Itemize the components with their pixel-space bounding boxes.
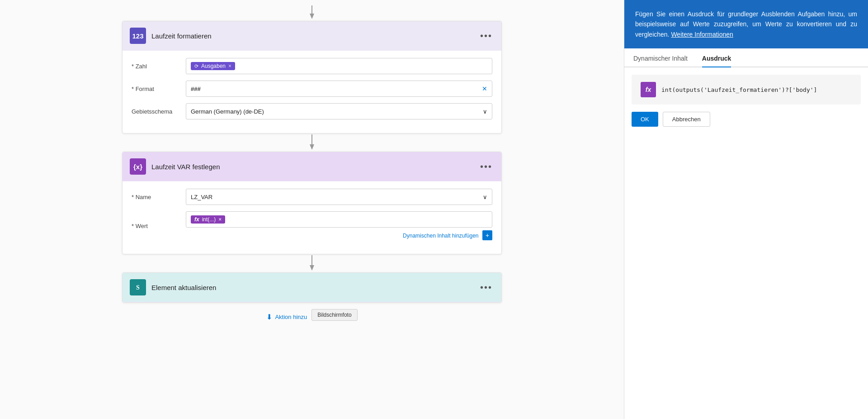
tooltip-link[interactable]: Weitere Informationen [671, 31, 733, 38]
card1-title: Laufzeit formatieren [151, 32, 473, 40]
tab-dynamischer-inhalt[interactable]: Dynamischer Inhalt [633, 48, 688, 67]
fx-badge: fx [641, 82, 656, 97]
card1-format-row: * Format ✕ [132, 81, 492, 97]
card2-wert-input[interactable]: fx int(...) × [186, 211, 492, 228]
card-laufzeit-formatieren: 123 Laufzeit formatieren ••• * Zahl ⟳ Au… [122, 21, 502, 133]
card1-zahl-label: * Zahl [132, 63, 186, 70]
card1-gebietsschema-label: Gebietsschema [132, 108, 186, 115]
card2-name-label: * Name [132, 194, 186, 200]
tab-ausdruck[interactable]: Ausdruck [702, 48, 731, 67]
add-action-text: Aktion hinzu [275, 314, 307, 320]
card1-more-button[interactable]: ••• [478, 31, 494, 41]
screenshot-button[interactable]: Bildschirmfoto [311, 309, 357, 321]
expression-area: fx int(outputs('Laufzeit_formatieren')?[… [632, 75, 861, 105]
svg-marker-3 [310, 144, 314, 150]
card2-wert-control: fx int(...) × Dynamischen Inhalt hinzufü… [186, 211, 492, 240]
card2-icon: {x} [130, 158, 146, 175]
expression-actions: OK Abbrechen [624, 112, 868, 134]
fx-token-icon: fx [194, 216, 199, 223]
name-chevron-icon: ∨ [483, 194, 487, 200]
fx-token-text: int(...) [202, 216, 216, 223]
tooltip-text: Fügen Sie einen Ausdruck für grundleger … [635, 10, 857, 38]
card1-zahl-input[interactable]: ⟳ Ausgaben × [186, 58, 492, 74]
cancel-button[interactable]: Abbrechen [663, 112, 710, 127]
card2-name-select[interactable]: LZ_VAR ∨ [186, 189, 492, 205]
card-laufzeit-var: {x} Laufzeit VAR festlegen ••• * Name LZ… [122, 152, 502, 254]
token-close-button[interactable]: × [228, 63, 231, 69]
card2-wert-row: * Wert fx int(...) × Dynamischen Inhalt … [132, 211, 492, 240]
card2-title: Laufzeit VAR festlegen [151, 163, 473, 171]
card2-name-row: * Name LZ_VAR ∨ [132, 189, 492, 205]
gebietsschema-value: German (Germany) (de-DE) [191, 108, 264, 115]
fx-token-close-button[interactable]: × [218, 216, 222, 223]
dynamic-content-row: Dynamischen Inhalt hinzufügen + [186, 230, 492, 240]
expression-text: int(outputs('Laufzeit_formatieren')?['bo… [661, 86, 817, 93]
svg-marker-5 [310, 265, 314, 271]
svg-marker-1 [310, 14, 314, 19]
card1-gebietsschema-control: German (Germany) (de-DE) ∨ [186, 103, 492, 119]
gebietsschema-chevron-icon: ∨ [483, 108, 487, 115]
card3-icon: S [130, 279, 146, 295]
token-icon: ⟳ [194, 63, 198, 69]
card1-icon: 123 [130, 28, 146, 44]
connector-arrow-2 [122, 255, 502, 271]
panel-tabs: Dynamischer Inhalt Ausdruck [624, 48, 868, 67]
connector-arrow-top [308, 5, 316, 20]
add-action-button[interactable]: ⬇ Aktion hinzu [266, 313, 307, 321]
card2-wert-token: fx int(...) × [191, 215, 225, 224]
card2-header: {x} Laufzeit VAR festlegen ••• [123, 152, 501, 181]
format-text-field[interactable] [191, 86, 482, 92]
card1-zahl-row: * Zahl ⟳ Ausgaben × [132, 58, 492, 74]
add-action-icon: ⬇ [266, 313, 272, 321]
card2-name-control: LZ_VAR ∨ [186, 189, 492, 205]
token-text: Ausgaben [201, 63, 226, 69]
card-element-aktualisieren: S Element aktualisieren ••• [122, 272, 502, 303]
card3-title: Element aktualisieren [151, 284, 473, 291]
format-clear-button[interactable]: ✕ [482, 85, 487, 92]
expression-row: fx int(outputs('Laufzeit_formatieren')?[… [641, 82, 852, 97]
right-panel: Fügen Sie einen Ausdruck für grundleger … [624, 0, 868, 419]
ok-button[interactable]: OK [632, 112, 658, 127]
dynamic-content-plus-button[interactable]: + [482, 230, 492, 240]
card2-more-button[interactable]: ••• [478, 162, 494, 172]
card1-format-control: ✕ [186, 81, 492, 97]
tooltip-box: Fügen Sie einen Ausdruck für grundleger … [624, 0, 868, 48]
card3-more-button[interactable]: ••• [478, 282, 494, 293]
card1-header: 123 Laufzeit formatieren ••• [123, 21, 501, 51]
svg-text:S: S [136, 284, 140, 291]
card2-wert-label: * Wert [132, 223, 186, 229]
connector-arrow-1 [122, 134, 502, 151]
bottom-actions-row: ⬇ Aktion hinzu Bildschirmfoto [266, 308, 357, 321]
card2-body: * Name LZ_VAR ∨ * Wert fx int(...) [123, 181, 501, 254]
card1-zahl-control: ⟳ Ausgaben × [186, 58, 492, 74]
card1-zahl-token: ⟳ Ausgaben × [191, 62, 235, 70]
card1-format-input[interactable]: ✕ [186, 81, 492, 97]
card1-format-label: * Format [132, 86, 186, 92]
name-value: LZ_VAR [191, 194, 212, 200]
sharepoint-icon: S [132, 281, 144, 294]
card1-gebietsschema-row: Gebietsschema German (Germany) (de-DE) ∨ [132, 103, 492, 119]
card3-header: S Element aktualisieren ••• [123, 273, 501, 302]
card1-body: * Zahl ⟳ Ausgaben × * Format [123, 51, 501, 133]
dynamic-content-link[interactable]: Dynamischen Inhalt hinzufügen [403, 233, 478, 239]
card1-gebietsschema-select[interactable]: German (Germany) (de-DE) ∨ [186, 103, 492, 119]
